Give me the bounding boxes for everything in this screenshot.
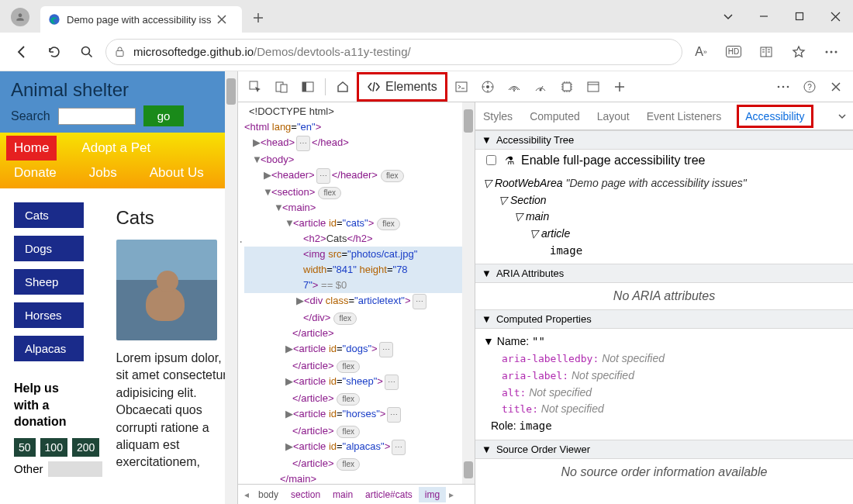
search-input[interactable] [58, 108, 136, 125]
svg-point-21 [782, 85, 785, 88]
search-label: Search [11, 109, 50, 123]
tab-title: Demo page with accessibility iss [67, 14, 211, 26]
memory-icon[interactable] [554, 74, 579, 99]
section-aria[interactable]: ▼ARIA Attributes [475, 264, 853, 283]
svg-point-5 [826, 50, 828, 53]
no-aria-text: No ARIA attributes [475, 283, 853, 309]
device-icon[interactable] [269, 74, 294, 99]
nav-adopt[interactable]: Adopt a Pet [74, 136, 158, 161]
other-input[interactable] [48, 461, 102, 477]
performance-icon[interactable] [528, 74, 553, 99]
subtab-accessibility[interactable]: Accessibility [737, 105, 813, 128]
svg-text:?: ? [807, 83, 812, 91]
network-icon[interactable] [502, 74, 527, 99]
inspect-icon[interactable] [243, 74, 268, 99]
close-window-button[interactable] [817, 0, 853, 33]
devtools-more-icon[interactable] [771, 74, 796, 99]
close-devtools-icon[interactable] [824, 74, 848, 99]
side-alpacas[interactable]: Alpacas [14, 336, 84, 361]
side-horses[interactable]: Horses [14, 302, 84, 328]
welcome-icon[interactable] [330, 74, 355, 99]
svg-rect-18 [563, 83, 571, 91]
favorites-icon[interactable] [785, 38, 813, 66]
svg-point-7 [835, 50, 837, 53]
svg-point-22 [787, 85, 789, 88]
cat-image [116, 240, 217, 340]
more-tabs-icon[interactable] [607, 74, 632, 99]
chevron-down-icon[interactable] [710, 0, 746, 33]
no-source-text: No source order information available [475, 459, 853, 485]
side-sheep[interactable]: Sheep [14, 269, 84, 295]
reader-icon[interactable] [752, 38, 780, 66]
section-computed[interactable]: ▼Computed Properties [475, 309, 853, 329]
reload-button[interactable] [40, 38, 68, 66]
svg-rect-1 [796, 13, 803, 20]
other-label: Other [14, 462, 43, 475]
tab-elements[interactable]: Elements [357, 72, 447, 102]
subtab-styles[interactable]: Styles [482, 104, 514, 129]
flask-icon: ⚗ [505, 154, 515, 167]
dock-icon[interactable] [295, 74, 320, 99]
rendered-page: Animal shelter Search go Home Adopt a Pe… [0, 71, 237, 504]
svg-point-6 [831, 50, 833, 53]
hd-icon[interactable]: HD [720, 38, 748, 66]
svg-rect-10 [281, 85, 287, 92]
console-icon[interactable] [449, 74, 474, 99]
nav-donate[interactable]: Donate [6, 161, 64, 185]
dom-scrollbar[interactable] [462, 102, 475, 484]
side-dogs[interactable]: Dogs [14, 236, 84, 261]
nav-jobs[interactable]: Jobs [81, 161, 125, 185]
section-tree[interactable]: ▼Accessibility Tree [475, 130, 853, 150]
side-cats[interactable]: Cats [14, 202, 84, 228]
subtab-more-icon[interactable] [837, 112, 847, 121]
page-title: Animal shelter [11, 79, 226, 101]
full-page-label: Enable full-page accessibility tree [521, 154, 705, 167]
svg-point-15 [486, 85, 489, 88]
section-source[interactable]: ▼Source Order Viewer [475, 440, 853, 459]
svg-rect-3 [116, 51, 123, 57]
code-icon [367, 80, 381, 94]
full-page-checkbox[interactable] [486, 155, 496, 165]
donate-50[interactable]: 50 [14, 438, 36, 457]
nav-home[interactable]: Home [6, 136, 57, 161]
application-icon[interactable] [581, 74, 606, 99]
search-button[interactable] [73, 38, 101, 66]
menu-button[interactable] [817, 38, 845, 66]
svg-point-17 [539, 88, 541, 91]
article-heading: Cats [116, 207, 228, 229]
page-scrollbar[interactable] [225, 71, 237, 504]
subtab-computed[interactable]: Computed [528, 104, 582, 129]
subtab-layout[interactable]: Layout [596, 104, 631, 129]
svg-rect-19 [588, 82, 599, 91]
help-icon[interactable]: ? [797, 74, 822, 99]
read-aloud-icon[interactable]: A» [687, 38, 715, 66]
svg-rect-13 [456, 82, 467, 91]
accessibility-tree[interactable]: ▽ RootWebArea "Demo page with accessibil… [475, 171, 853, 264]
address-bar[interactable]: microsoftedge.github.io/Demos/devtools-a… [105, 39, 682, 65]
url-host: microsoftedge.github.io [133, 45, 254, 58]
help-heading: Help us with a donation [14, 380, 84, 430]
donate-100[interactable]: 100 [40, 438, 67, 457]
donate-200[interactable]: 200 [72, 438, 99, 457]
dom-breadcrumb[interactable]: ◂ body section main article#cats img ▸ [238, 484, 475, 504]
new-tab-button[interactable] [247, 6, 270, 29]
dom-tree[interactable]: <!DOCTYPE html> <html lang="en"> ▶<head>… [238, 102, 475, 484]
sources-icon[interactable] [475, 74, 500, 99]
go-button[interactable]: go [143, 105, 185, 126]
nav-about[interactable]: About Us [142, 161, 212, 185]
subtab-events[interactable]: Event Listeners [645, 104, 723, 129]
article-text: Lorem ipsum dolor, sit amet consectetur … [116, 350, 228, 471]
profile-icon[interactable] [11, 8, 29, 26]
minimize-button[interactable] [746, 0, 782, 33]
back-button[interactable] [8, 38, 36, 66]
svg-point-20 [778, 85, 780, 88]
edge-icon [48, 13, 60, 26]
svg-point-16 [513, 90, 515, 91]
selected-dom-node[interactable]: <img src="photos/cat.jpg" [244, 247, 475, 262]
close-tab-icon[interactable] [217, 15, 226, 24]
browser-tab[interactable]: Demo page with accessibility iss [40, 6, 242, 33]
svg-rect-12 [302, 82, 306, 91]
svg-point-2 [82, 47, 90, 54]
maximize-button[interactable] [782, 0, 817, 33]
url-path: /Demos/devtools-a11y-testing/ [254, 45, 411, 58]
